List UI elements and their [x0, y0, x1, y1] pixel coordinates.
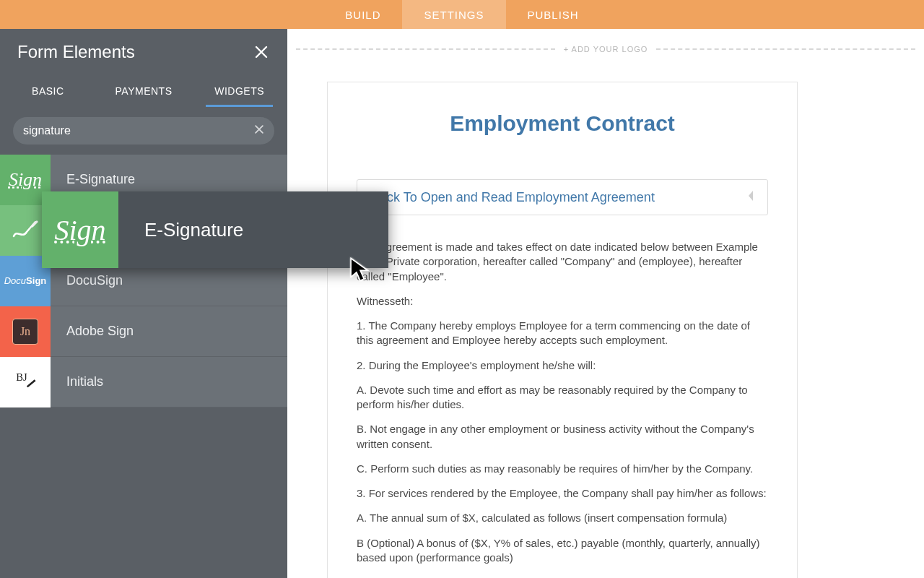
initials-icon: BJ — [0, 357, 51, 407]
paragraph: B. Not engage in any other employment or… — [357, 422, 768, 452]
svg-text:BJ: BJ — [16, 371, 27, 383]
search-input[interactable] — [23, 124, 254, 137]
form-title: Employment Contract — [357, 111, 768, 136]
paragraph: C. (Optional) Non-payroll benefits to in… — [357, 575, 768, 578]
nav-publish[interactable]: PUBLISH — [506, 0, 601, 29]
accordion-label: Click To Open and Read Employment Agreem… — [372, 190, 746, 205]
widget-label: Adobe Sign — [51, 324, 134, 339]
top-nav: BUILD SETTINGS PUBLISH — [0, 0, 924, 29]
paragraph: 3. For services rendered by the Employee… — [357, 486, 768, 501]
tab-basic[interactable]: BASIC — [0, 75, 96, 107]
paragraph: A. Devote such time and effort as may be… — [357, 383, 768, 413]
paragraph: Witnesseth: — [357, 294, 768, 309]
tab-widgets[interactable]: WIDGETS — [191, 75, 287, 107]
paragraph: A. The annual sum of $X, calculated as f… — [357, 511, 768, 525]
agreement-accordion[interactable]: Click To Open and Read Employment Agreem… — [357, 179, 768, 215]
add-logo-bar[interactable]: + ADD YOUR LOGO — [287, 29, 924, 69]
tab-payments[interactable]: PAYMENTS — [96, 75, 192, 107]
nav-build[interactable]: BUILD — [323, 0, 402, 29]
paragraph: C. Perform such duties as may reasonably… — [357, 462, 768, 476]
sidebar-tabs: BASIC PAYMENTS WIDGETS — [0, 75, 287, 107]
widget-label: DocuSign — [51, 273, 123, 288]
cursor-icon — [348, 256, 372, 285]
paragraph: This agreement is made and takes effect … — [357, 240, 768, 284]
paragraph: 1. The Company hereby employs Employee f… — [357, 319, 768, 348]
widget-initials[interactable]: BJ Initials — [0, 357, 287, 407]
nav-settings[interactable]: SETTINGS — [402, 0, 505, 29]
signature-icon: Sign — [42, 191, 118, 268]
add-logo-label: + ADD YOUR LOGO — [564, 45, 648, 53]
widget-label: Initials — [51, 374, 103, 389]
clear-search-icon[interactable] — [254, 124, 264, 137]
form-elements-panel: Form Elements BASIC PAYMENTS WIDGETS Sig… — [0, 29, 287, 578]
widget-label: E-Signature — [51, 172, 135, 187]
contract-body: This agreement is made and takes effect … — [357, 240, 768, 578]
close-icon[interactable] — [253, 43, 270, 61]
widget-adobe-sign[interactable]: Jn Adobe Sign — [0, 306, 287, 357]
paragraph: 2. During the Employee's employment he/s… — [357, 358, 768, 373]
dragging-widget[interactable]: Sign E-Signature — [42, 191, 388, 268]
form-card: Employment Contract Click To Open and Re… — [327, 82, 798, 578]
paragraph: B (Optional) A bonus of ($X, Y% of sales… — [357, 536, 768, 566]
search-input-wrap — [13, 117, 274, 144]
form-canvas: + ADD YOUR LOGO Employment Contract Clic… — [287, 29, 924, 578]
panel-title: Form Elements — [17, 42, 135, 62]
adobe-sign-icon: Jn — [0, 306, 51, 357]
chevron-left-icon — [746, 189, 756, 205]
dragging-widget-label: E-Signature — [118, 219, 243, 241]
